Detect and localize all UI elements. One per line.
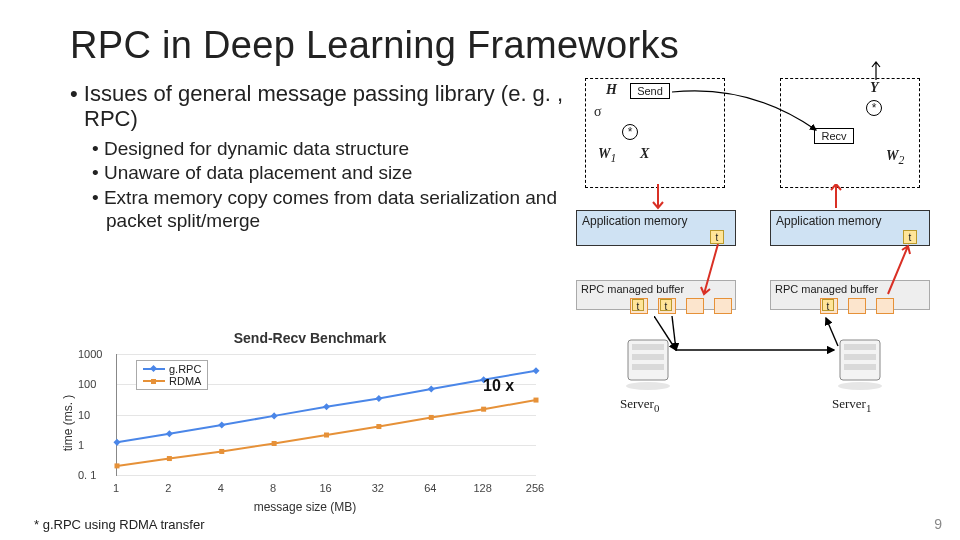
sym-W2: W2 xyxy=(886,148,904,167)
svg-rect-25 xyxy=(429,415,434,420)
xtick: 32 xyxy=(372,482,384,494)
arrow-send-down xyxy=(648,184,668,212)
svg-rect-19 xyxy=(115,463,120,468)
xtick: 2 xyxy=(165,482,171,494)
bullet-sub-0: Designed for dynamic data structure xyxy=(92,138,570,161)
server1-label: Server1 xyxy=(832,396,871,414)
op-star-right: * xyxy=(866,100,882,116)
bullet-main: Issues of general message passing librar… xyxy=(70,81,570,132)
buf-slot-r1 xyxy=(848,298,866,314)
chart-ylabel: time (ms. ) xyxy=(61,395,75,452)
t-tile-buf-l0: t xyxy=(632,299,644,311)
sym-X: X xyxy=(640,146,649,162)
arrow-serialize-right xyxy=(880,244,920,300)
buf-slot-l3 xyxy=(714,298,732,314)
sym-Y: Y xyxy=(870,80,879,96)
svg-rect-20 xyxy=(167,456,172,461)
svg-rect-21 xyxy=(219,449,224,454)
bullet-sub-2: Extra memory copy comes from data serial… xyxy=(92,187,570,233)
xtick: 1 xyxy=(113,482,119,494)
legend-0: g.RPC xyxy=(169,363,201,375)
svg-rect-15 xyxy=(375,395,382,402)
bullet-sub-1: Unaware of data placement and size xyxy=(92,162,570,185)
svg-rect-18 xyxy=(532,367,539,374)
arrow-recv-down xyxy=(826,184,846,212)
sym-sigma: σ xyxy=(594,104,602,120)
t-tile-appmem-left: t xyxy=(710,230,724,244)
server0-label: Server0 xyxy=(620,396,659,414)
ytick: 0. 1 xyxy=(78,469,96,481)
svg-rect-12 xyxy=(218,421,225,428)
t-tile-appmem-right: t xyxy=(903,230,917,244)
svg-rect-8 xyxy=(844,364,876,370)
sym-W1: W1 xyxy=(598,146,616,165)
t-tile-buf-r0: t xyxy=(822,299,834,311)
legend-1: RDMA xyxy=(169,375,201,387)
benchmark-chart: Send-Recv Benchmark time (ms. ) message … xyxy=(70,330,550,498)
svg-rect-27 xyxy=(534,398,539,403)
buf-slot-r2 xyxy=(876,298,894,314)
svg-rect-14 xyxy=(323,403,330,410)
svg-rect-10 xyxy=(113,439,120,446)
chart-legend: g.RPC RDMA xyxy=(136,360,208,390)
svg-rect-11 xyxy=(166,430,173,437)
footnote: * g.RPC using RDMA transfer xyxy=(34,517,205,532)
ytick: 10 xyxy=(78,409,90,421)
xtick: 64 xyxy=(424,482,436,494)
xtick: 4 xyxy=(218,482,224,494)
recv-label-box: Recv xyxy=(814,128,854,144)
tenx-annotation: 10 x xyxy=(483,377,514,395)
svg-rect-26 xyxy=(481,407,486,412)
slide-title: RPC in Deep Learning Frameworks xyxy=(70,24,904,67)
svg-rect-3 xyxy=(632,364,664,370)
sym-H: H xyxy=(606,82,617,98)
svg-rect-13 xyxy=(271,412,278,419)
ytick: 100 xyxy=(78,378,96,390)
svg-rect-23 xyxy=(324,433,329,438)
send-to-recv-arrow xyxy=(660,90,820,140)
svg-point-9 xyxy=(838,382,882,390)
xtick: 256 xyxy=(526,482,544,494)
svg-rect-16 xyxy=(428,385,435,392)
buf-slot-l2 xyxy=(686,298,704,314)
xtick: 128 xyxy=(473,482,491,494)
arrow-serialize-left xyxy=(700,244,730,300)
xtick: 8 xyxy=(270,482,276,494)
chart-xlabel: message size (MB) xyxy=(254,500,357,514)
y-out-arrow xyxy=(870,60,882,82)
xtick: 16 xyxy=(319,482,331,494)
op-star-left: * xyxy=(622,124,638,140)
t-tile-buf-l1: t xyxy=(660,299,672,311)
svg-rect-24 xyxy=(376,424,381,429)
svg-point-4 xyxy=(626,382,670,390)
ytick: 1000 xyxy=(78,348,102,360)
network-arrows xyxy=(654,316,854,364)
svg-rect-22 xyxy=(272,441,277,446)
slide-number: 9 xyxy=(934,516,942,532)
chart-title: Send-Recv Benchmark xyxy=(70,330,550,346)
ytick: 1 xyxy=(78,439,84,451)
